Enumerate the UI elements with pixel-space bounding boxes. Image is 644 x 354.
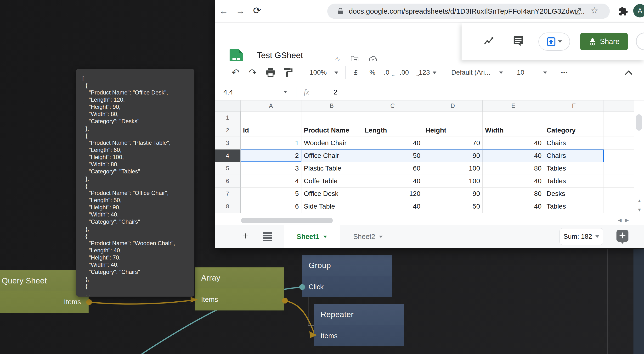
node-repeater[interactable]: Repeater Items	[314, 304, 404, 346]
grid-cell[interactable]	[362, 111, 423, 124]
grid-cell[interactable]: 40	[362, 175, 423, 188]
grid-cell[interactable]	[302, 111, 362, 124]
grid-cell[interactable]	[604, 200, 634, 213]
reload-icon[interactable]: ⟳	[253, 6, 261, 15]
grid-cell[interactable]	[604, 111, 634, 124]
document-title[interactable]: Test GSheet	[257, 50, 303, 60]
column-header-partial[interactable]	[604, 100, 634, 111]
redo-icon[interactable]: ↷	[249, 61, 257, 84]
grid-cell[interactable]: 5	[240, 188, 302, 200]
column-header-D[interactable]: D	[423, 100, 483, 111]
grid-cell[interactable]: 40	[362, 137, 423, 149]
column-header-A[interactable]: A	[240, 100, 302, 111]
row-header-5[interactable]: 5	[215, 162, 240, 175]
grid-cell[interactable]: Product Name	[302, 124, 362, 137]
scroll-right-icon[interactable]: ▶	[625, 217, 629, 223]
column-header-E[interactable]: E	[483, 100, 544, 111]
forward-icon[interactable]: →	[236, 6, 245, 15]
decrease-decimal-button[interactable]: .0	[384, 61, 389, 84]
grid-cell[interactable]: 2	[240, 149, 302, 162]
row-header-6[interactable]: 6	[215, 175, 240, 188]
grid-cell[interactable]: 120	[362, 188, 423, 200]
grid-cell[interactable]: Category	[544, 124, 604, 137]
back-icon[interactable]: ←	[219, 6, 228, 15]
grid-cell[interactable]: 80	[483, 162, 544, 175]
grid-cell[interactable]	[240, 111, 302, 124]
row-header-2[interactable]: 2	[215, 124, 240, 137]
sum-status-pill[interactable]: Sum: 182	[560, 228, 603, 245]
share-page-icon[interactable]	[574, 7, 582, 15]
grid-cell[interactable]: Office Chair	[302, 149, 362, 162]
font-select[interactable]: Default (Ari...	[451, 61, 495, 84]
address-bar[interactable]: docs.google.com/spreadsheets/d/1D3IRuxIl…	[327, 3, 610, 19]
grid-cell[interactable]: 3	[240, 162, 302, 175]
row-header-8[interactable]: 8	[215, 200, 240, 213]
grid-cell[interactable]	[423, 111, 483, 124]
paint-format-icon[interactable]	[283, 67, 293, 78]
grid-cell[interactable]: Side Table	[302, 200, 362, 213]
grid-cell[interactable]	[604, 162, 634, 175]
node-array[interactable]: Array Items	[195, 267, 284, 311]
scroll-down-icon[interactable]: ▼	[637, 207, 642, 213]
version-history-icon[interactable]	[484, 36, 494, 46]
bookmark-star-icon[interactable]: ☆	[590, 5, 598, 15]
number-format-button[interactable]: 123	[419, 61, 430, 84]
row-header-4[interactable]: 4	[215, 149, 240, 162]
print-icon[interactable]	[266, 68, 276, 77]
grid-cell[interactable]: Chairs	[544, 137, 604, 149]
grid-cell[interactable]: 50	[423, 200, 483, 213]
grid-cell[interactable]: 40	[483, 200, 544, 213]
grid-cell[interactable]: 1	[240, 137, 302, 149]
increase-decimal-button[interactable]: .00	[400, 61, 409, 84]
grid-cell[interactable]: 40	[362, 200, 423, 213]
grid-cell[interactable]: Tables	[544, 162, 604, 175]
select-all-corner[interactable]	[215, 100, 240, 111]
grid-cell[interactable]: Chairs	[544, 149, 604, 162]
tab-sheet2[interactable]: Sheet2	[340, 225, 396, 248]
grid-cell[interactable]: Tables	[544, 200, 604, 213]
grid-cell[interactable]: 40	[483, 137, 544, 149]
grid-cell[interactable]: 90	[423, 188, 483, 200]
grid-cell[interactable]: 100	[423, 162, 483, 175]
grid-cell[interactable]: Length	[362, 124, 423, 137]
extensions-icon[interactable]	[618, 6, 628, 16]
grid-cell[interactable]	[544, 111, 604, 124]
share-button[interactable]: Share	[580, 33, 628, 50]
grid-cell[interactable]: 4	[240, 175, 302, 188]
node-group[interactable]: Group Click	[302, 255, 392, 297]
formula-input[interactable]: 2	[334, 84, 337, 100]
node-query-sheet[interactable]: Query Sheet Items	[0, 270, 88, 313]
grid-cell[interactable]	[483, 111, 544, 124]
present-button[interactable]	[538, 32, 570, 51]
collapse-toolbar-icon[interactable]	[624, 70, 633, 75]
font-size-select[interactable]: 10	[517, 61, 524, 84]
explore-button[interactable]	[616, 230, 628, 242]
row-header-1[interactable]: 1	[215, 111, 240, 124]
zoom-select[interactable]: 100%	[310, 61, 327, 84]
grid-cell[interactable]: Desks	[544, 188, 604, 200]
grid-cell[interactable]: 40	[483, 175, 544, 188]
grid-cell[interactable]: Id	[240, 124, 302, 137]
currency-format-button[interactable]: £	[354, 61, 358, 84]
grid-cell[interactable]	[604, 175, 634, 188]
column-header-C[interactable]: C	[362, 100, 423, 111]
grid-cell[interactable]: Tables	[544, 175, 604, 188]
add-sheet-icon[interactable]: +	[242, 230, 248, 242]
undo-icon[interactable]: ↶	[232, 61, 240, 84]
percent-format-button[interactable]: %	[370, 61, 376, 84]
vertical-scrollbar[interactable]: ▲ ▼	[634, 100, 644, 216]
grid-cell[interactable]: 50	[362, 149, 423, 162]
grid-cell[interactable]: 90	[423, 149, 483, 162]
grid-cell[interactable]: 80	[483, 188, 544, 200]
tab-sheet1[interactable]: Sheet1	[284, 225, 340, 248]
column-header-F[interactable]: F	[544, 100, 604, 111]
grid-cell[interactable]: Coffe Table	[302, 175, 362, 188]
grid-cell[interactable]: Width	[483, 124, 544, 137]
comments-icon[interactable]	[513, 35, 524, 46]
grid-cell[interactable]: 100	[423, 175, 483, 188]
grid-cell[interactable]: 6	[240, 200, 302, 213]
name-box[interactable]: 4:4	[223, 84, 233, 100]
all-sheets-icon[interactable]	[263, 232, 272, 241]
column-header-B[interactable]: B	[302, 100, 362, 111]
grid-cell[interactable]: 40	[483, 149, 544, 162]
